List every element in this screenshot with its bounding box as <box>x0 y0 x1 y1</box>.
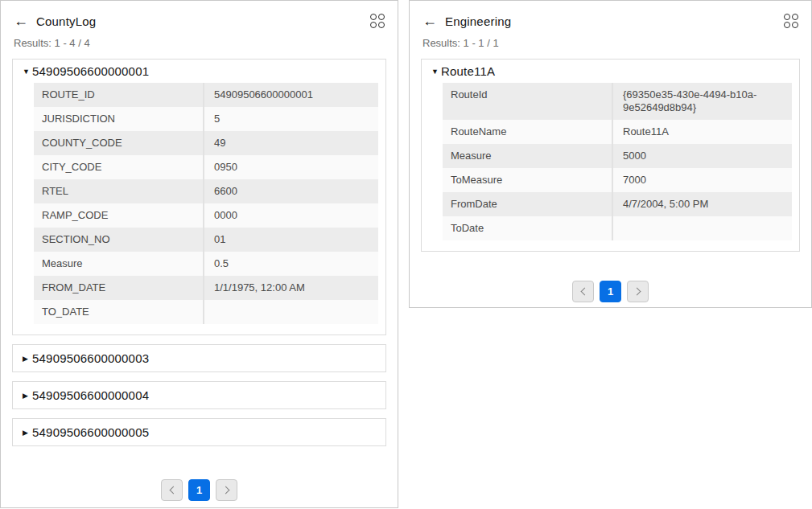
attribute-row: Measure 0.5 <box>34 252 378 276</box>
attribute-table: ROUTE_ID 54909506600000001 JURISDICTION … <box>34 83 378 324</box>
panel-title: Engineering <box>445 14 511 28</box>
feature-card-expanded: ▼ Route11A RouteId {69350e35-430e-4494-b… <box>421 59 800 252</box>
attribute-label: Measure <box>34 252 203 276</box>
attribute-label: ROUTE_ID <box>34 83 203 107</box>
attribute-row: JURISDICTION 5 <box>34 107 378 131</box>
attribute-label: FromDate <box>443 192 612 216</box>
attribute-label: SECTION_NO <box>34 228 203 252</box>
chevron-right-icon <box>221 486 229 495</box>
attribute-row: RouteName Route11A <box>443 120 792 144</box>
attribute-label: RAMP_CODE <box>34 203 203 228</box>
attribute-value: Route11A <box>612 120 792 144</box>
attribute-row: ROUTE_ID 54909506600000001 <box>34 83 378 107</box>
panel-header: ← Engineering Results: 1 - 1 / 1 <box>410 1 811 49</box>
pagination: 1 <box>410 281 811 302</box>
attribute-label: Measure <box>443 144 612 168</box>
collapsed-feature-list: ▶ 54909506600000003 ▶ 54909506600000004 … <box>12 344 386 446</box>
back-arrow-icon[interactable]: ← <box>422 14 437 28</box>
attribute-row: FromDate 4/7/2004, 5:00 PM <box>443 192 792 216</box>
attribute-label: CITY_CODE <box>34 155 203 179</box>
caret-right-icon: ▶ <box>23 392 32 400</box>
feature-item-title: Route11A <box>441 64 495 78</box>
grid-dot <box>370 22 377 28</box>
grid-dot <box>792 22 798 28</box>
feature-item-title: 54909506600000004 <box>32 388 149 402</box>
attribute-row: RouteId {69350e35-430e-4494-b10a-9e52649… <box>443 83 792 120</box>
attribute-table: RouteId {69350e35-430e-4494-b10a-9e52649… <box>443 83 792 240</box>
attribute-row: ToDate <box>443 216 792 240</box>
caret-right-icon: ▶ <box>23 429 32 437</box>
previous-page-button[interactable] <box>572 281 594 302</box>
attribute-value: 7000 <box>612 168 792 192</box>
grid-dot <box>792 14 798 20</box>
attribute-value: 5 <box>203 107 378 131</box>
page-number-button[interactable]: 1 <box>600 281 621 302</box>
caret-down-icon: ▼ <box>431 68 441 76</box>
attribute-label: JURISDICTION <box>34 107 203 131</box>
feature-card-collapsed[interactable]: ▶ 54909506600000003 <box>12 344 386 372</box>
attribute-label: RouteId <box>443 83 612 120</box>
attribute-value <box>203 300 378 324</box>
attribute-row: Measure 5000 <box>443 144 792 168</box>
attribute-value <box>612 216 792 240</box>
attribute-label: RouteName <box>443 120 612 144</box>
attribute-label: FROM_DATE <box>34 276 203 300</box>
feature-item-title: 54909506600000003 <box>32 351 149 365</box>
previous-page-button[interactable] <box>161 479 183 501</box>
next-page-button[interactable] <box>627 281 649 302</box>
attribute-value: 54909506600000001 <box>203 83 378 107</box>
feature-card-collapsed[interactable]: ▶ 54909506600000004 <box>12 381 386 409</box>
attribute-value: 01 <box>203 228 378 252</box>
chevron-left-icon <box>169 486 177 495</box>
attribute-row: RTEL 6600 <box>34 179 378 203</box>
feature-card-header[interactable]: ▼ 54909506600000001 <box>13 60 385 83</box>
next-page-button[interactable] <box>216 479 237 501</box>
attribute-value: 49 <box>203 131 378 155</box>
attribute-value: 4/7/2004, 5:00 PM <box>612 192 792 216</box>
attribute-label: COUNTY_CODE <box>34 131 203 155</box>
grid-dot <box>784 22 790 28</box>
panel-header: ← CountyLog Results: 1 - 4 / 4 <box>1 1 398 49</box>
attribute-value: 0.5 <box>203 252 378 276</box>
feature-item-title: 54909506600000001 <box>32 64 149 78</box>
feature-info-panel-countylog: ← CountyLog Results: 1 - 4 / 4 ▼ 5490950… <box>0 0 398 508</box>
attribute-label: RTEL <box>34 179 203 203</box>
attribute-value: {69350e35-430e-4494-b10a-9e52649d8b94} <box>612 83 792 120</box>
attribute-value: 1/1/1975, 12:00 AM <box>203 276 378 300</box>
panel-title: CountyLog <box>36 14 96 28</box>
attribute-value: 6600 <box>203 179 378 203</box>
back-arrow-icon[interactable]: ← <box>14 14 28 28</box>
feature-info-panel-engineering: ← Engineering Results: 1 - 1 / 1 ▼ Route… <box>409 0 812 308</box>
caret-right-icon: ▶ <box>23 355 32 363</box>
attribute-row: TO_DATE <box>34 300 378 324</box>
attribute-value: 0950 <box>203 155 378 179</box>
feature-item-title: 54909506600000005 <box>32 425 149 439</box>
attribute-row: COUNTY_CODE 49 <box>34 131 378 155</box>
results-count: Results: 1 - 1 / 1 <box>422 37 798 49</box>
feature-card-expanded: ▼ 54909506600000001 ROUTE_ID 54909506600… <box>12 59 386 335</box>
attribute-label: ToDate <box>443 216 612 240</box>
feature-card-collapsed[interactable]: ▶ 54909506600000005 <box>12 418 386 446</box>
grid-dot <box>784 14 790 20</box>
grid-dots-icon[interactable] <box>784 14 798 28</box>
attribute-row: ToMeasure 7000 <box>443 168 792 192</box>
attribute-value: 0000 <box>203 203 378 228</box>
attribute-row: RAMP_CODE 0000 <box>34 203 378 228</box>
attribute-label: ToMeasure <box>443 168 612 192</box>
attribute-row: CITY_CODE 0950 <box>34 155 378 179</box>
attribute-label: TO_DATE <box>34 300 203 324</box>
page-number-button[interactable]: 1 <box>188 479 210 501</box>
attribute-row: FROM_DATE 1/1/1975, 12:00 AM <box>34 276 378 300</box>
caret-down-icon: ▼ <box>23 68 32 76</box>
grid-dot <box>378 22 385 28</box>
grid-dots-icon[interactable] <box>370 14 385 28</box>
attribute-value: 5000 <box>612 144 792 168</box>
pagination: 1 <box>1 479 398 501</box>
grid-dot <box>378 14 385 20</box>
chevron-right-icon <box>633 288 641 296</box>
feature-card-header[interactable]: ▼ Route11A <box>422 60 799 83</box>
attribute-row: SECTION_NO 01 <box>34 228 378 252</box>
grid-dot <box>370 14 377 20</box>
chevron-left-icon <box>580 288 588 296</box>
results-count: Results: 1 - 4 / 4 <box>14 37 385 49</box>
